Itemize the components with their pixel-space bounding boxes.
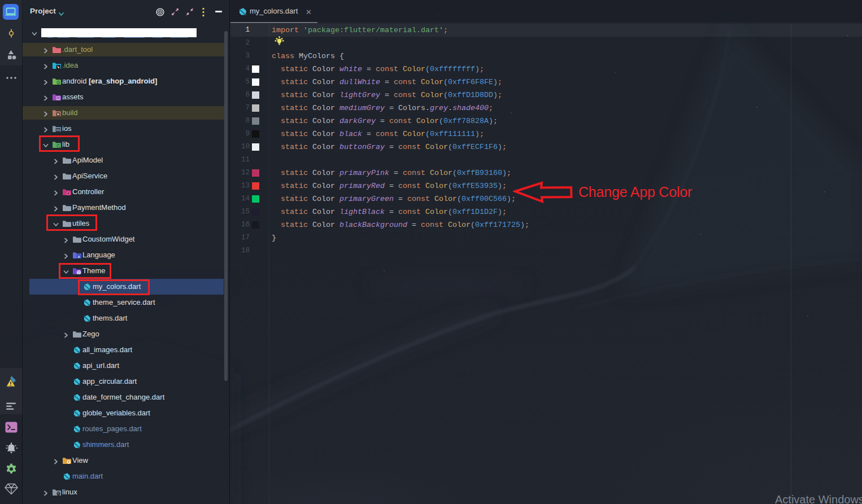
svg-text:ios: ios xyxy=(56,128,60,132)
svg-text:a: a xyxy=(77,255,80,258)
